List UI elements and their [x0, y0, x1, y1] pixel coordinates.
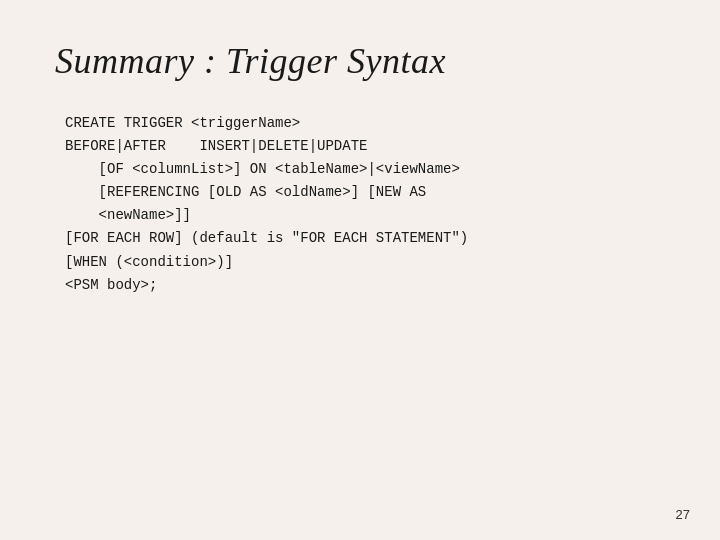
- code-line-3: [OF <columnList>] ON <tableName>|<viewNa…: [65, 158, 665, 181]
- code-line-6: [FOR EACH ROW] (default is "FOR EACH STA…: [65, 227, 665, 250]
- code-line-2: BEFORE|AFTER INSERT|DELETE|UPDATE: [65, 135, 665, 158]
- code-line-4: [REFERENCING [OLD AS <oldName>] [NEW AS: [65, 181, 665, 204]
- code-line-7: [WHEN (<condition>)]: [65, 251, 665, 274]
- page-number: 27: [676, 507, 690, 522]
- slide-container: Summary : Trigger Syntax CREATE TRIGGER …: [0, 0, 720, 540]
- code-line-1: CREATE TRIGGER <triggerName>: [65, 112, 665, 135]
- code-line-5: <newName>]]: [65, 204, 665, 227]
- slide-title: Summary : Trigger Syntax: [55, 40, 665, 82]
- code-block: CREATE TRIGGER <triggerName> BEFORE|AFTE…: [65, 112, 665, 297]
- code-line-8: <PSM body>;: [65, 274, 665, 297]
